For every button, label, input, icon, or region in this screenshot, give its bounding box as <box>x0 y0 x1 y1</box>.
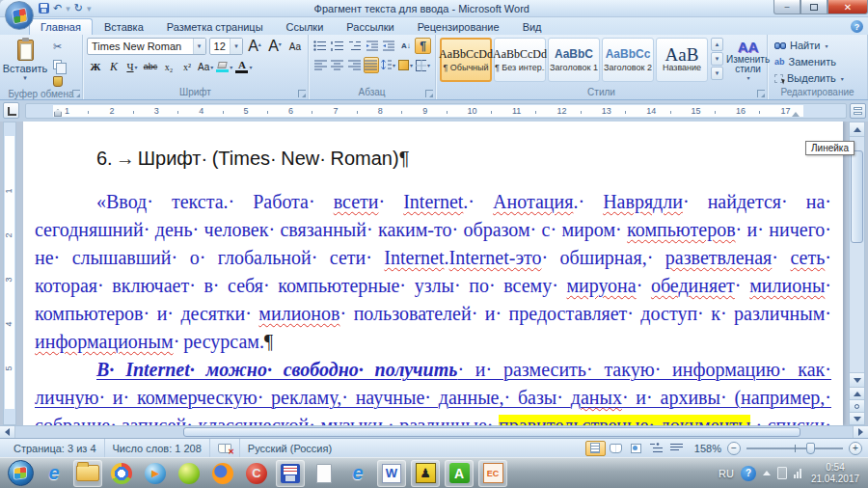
replace-button[interactable]: ab Заменить <box>772 54 863 69</box>
horizontal-scroll-thumb[interactable] <box>183 427 800 437</box>
styles-more-icon[interactable]: ▼ <box>711 67 723 80</box>
copy-button[interactable] <box>49 57 66 71</box>
increase-indent-button[interactable] <box>381 38 397 54</box>
zoom-in-button[interactable]: + <box>849 442 862 455</box>
taskbar-a-app[interactable]: A <box>445 460 474 487</box>
style-title[interactable]: AaB Название <box>656 38 708 82</box>
underline-button[interactable]: Ч▾ <box>123 58 141 75</box>
cut-button[interactable]: ✂ <box>49 40 66 54</box>
taskbar-presentation-app[interactable]: ЕС <box>478 460 507 487</box>
outline-view-button[interactable] <box>646 441 666 456</box>
horizontal-scrollbar[interactable] <box>0 425 868 438</box>
justify-button[interactable] <box>364 57 380 73</box>
taskbar-internet-explorer[interactable]: e <box>40 460 68 487</box>
minimize-button[interactable]: – <box>773 0 800 14</box>
shrink-font-button[interactable]: А▾ <box>266 38 284 55</box>
tab-mailings[interactable]: Рассылки <box>335 18 405 35</box>
word-count[interactable]: Число слов: 1 208 <box>105 439 210 457</box>
office-button[interactable] <box>5 1 34 30</box>
shading-button[interactable]: ▾ <box>397 57 414 73</box>
page-indicator[interactable]: Страница: 3 из 4 <box>6 439 105 457</box>
taskbar-ccleaner[interactable]: C <box>242 460 271 487</box>
paragraph-dialog-launcher-icon[interactable] <box>425 90 433 97</box>
tray-clipboard-icon[interactable] <box>777 467 787 479</box>
language-indicator[interactable]: Русский (Россия) <box>240 439 339 457</box>
clipboard-dialog-launcher-icon[interactable] <box>72 90 80 97</box>
web-layout-view-button[interactable] <box>626 441 646 456</box>
font-family-combo[interactable]: Times New Roman ▾ <box>87 38 206 55</box>
decrease-indent-button[interactable] <box>364 38 380 54</box>
taskbar-save-app[interactable] <box>276 460 305 487</box>
bold-button[interactable]: Ж <box>87 58 104 75</box>
taskbar-file-explorer[interactable] <box>73 460 102 487</box>
vertical-ruler[interactable]: 12345 <box>3 122 16 425</box>
start-button[interactable] <box>6 460 35 487</box>
grow-font-button[interactable]: А▴ <box>246 38 263 55</box>
language-switcher[interactable]: RU <box>719 468 734 479</box>
vertical-scroll-track[interactable] <box>850 137 864 372</box>
paste-button[interactable]: Вставить ▾ <box>4 38 46 89</box>
spellcheck-status[interactable] <box>210 439 240 457</box>
zoom-out-button[interactable]: − <box>727 442 741 455</box>
network-icon[interactable] <box>794 469 801 478</box>
tray-expand-icon[interactable] <box>763 471 771 475</box>
sort-button[interactable]: А↓ <box>398 38 415 54</box>
taskbar-kid-app[interactable]: ♟ <box>411 460 440 487</box>
line-spacing-button[interactable]: ▾ <box>380 57 396 73</box>
fullscreen-reading-view-button[interactable] <box>606 441 626 456</box>
select-button[interactable]: Выделить ▾ <box>772 70 863 86</box>
help-icon[interactable]: ? <box>851 20 863 33</box>
font-dialog-launcher-icon[interactable] <box>298 90 306 97</box>
multilevel-list-button[interactable] <box>346 38 363 54</box>
document-text[interactable]: 6.→Шрифт· (Times· New· Roman)¶ «Ввод· те… <box>23 122 843 425</box>
taskbar-word[interactable]: W <box>377 460 406 487</box>
tab-view[interactable]: Вид <box>511 18 554 35</box>
taskbar-blank-document[interactable] <box>310 460 339 487</box>
vertical-scrollbar[interactable] <box>849 122 865 425</box>
show-paragraph-marks-button[interactable]: ¶ <box>415 38 431 54</box>
draft-view-button[interactable] <box>666 441 687 456</box>
select-browse-object-button[interactable] <box>850 399 864 412</box>
taskbar-firefox[interactable] <box>208 460 237 487</box>
zoom-level[interactable]: 158% <box>694 443 721 454</box>
style-heading2[interactable]: AaBbCc Заголовок 2 <box>602 38 654 82</box>
align-center-button[interactable] <box>330 57 346 73</box>
save-icon[interactable] <box>39 3 49 14</box>
zoom-slider-thumb[interactable] <box>806 443 815 454</box>
font-color-button[interactable]: А ▾ <box>234 58 253 75</box>
taskbar-chrome[interactable] <box>107 460 136 487</box>
undo-icon[interactable]: ↶ <box>53 2 62 14</box>
find-button[interactable]: Найти ▾ <box>772 38 863 53</box>
strikethrough-button[interactable]: abc <box>142 58 159 75</box>
horizontal-ruler[interactable]: 1234567891011121314151617 <box>25 103 847 119</box>
styles-scroll-up-icon[interactable]: ▲ <box>711 38 723 51</box>
align-left-button[interactable] <box>312 57 329 73</box>
borders-button[interactable]: ▾ <box>415 57 431 73</box>
right-indent-marker[interactable] <box>792 112 800 117</box>
ruler-toggle-button[interactable] <box>850 103 866 119</box>
style-no-spacing[interactable]: AaBbCcDd ¶ Без интер... <box>494 38 546 82</box>
italic-button[interactable]: К <box>105 58 122 75</box>
restore-button[interactable] <box>800 0 827 14</box>
format-painter-button[interactable] <box>49 74 66 89</box>
close-button[interactable]: ✕ <box>827 0 868 14</box>
tab-insert[interactable]: Вставка <box>93 18 155 35</box>
superscript-button[interactable]: x² <box>178 58 196 75</box>
document-page[interactable]: 6.→Шрифт· (Times· New· Roman)¶ «Ввод· те… <box>23 122 843 425</box>
tray-help-icon[interactable]: ? <box>741 466 756 481</box>
taskbar-internet-explorer-2[interactable]: e <box>343 460 372 487</box>
style-normal[interactable]: AaBbCcDd ¶ Обычный <box>440 38 492 82</box>
zoom-slider[interactable] <box>746 442 843 455</box>
undo-dropdown-icon[interactable]: ▾ <box>66 4 70 14</box>
bullets-button[interactable] <box>312 38 329 54</box>
align-right-button[interactable] <box>346 57 363 73</box>
taskbar-green-ball-app[interactable] <box>175 460 203 487</box>
change-case-button[interactable]: Аа▾ <box>197 58 214 75</box>
scroll-up-icon[interactable] <box>850 122 864 137</box>
tab-review[interactable]: Рецензирование <box>406 18 511 35</box>
print-layout-view-button[interactable] <box>585 441 606 456</box>
tab-home[interactable]: Главная <box>29 18 93 35</box>
subscript-button[interactable]: x₂ <box>160 58 177 75</box>
style-heading1[interactable]: AaBbC Заголовок 1 <box>548 38 600 82</box>
clock[interactable]: 0:54 21.04.2017 <box>808 462 862 485</box>
